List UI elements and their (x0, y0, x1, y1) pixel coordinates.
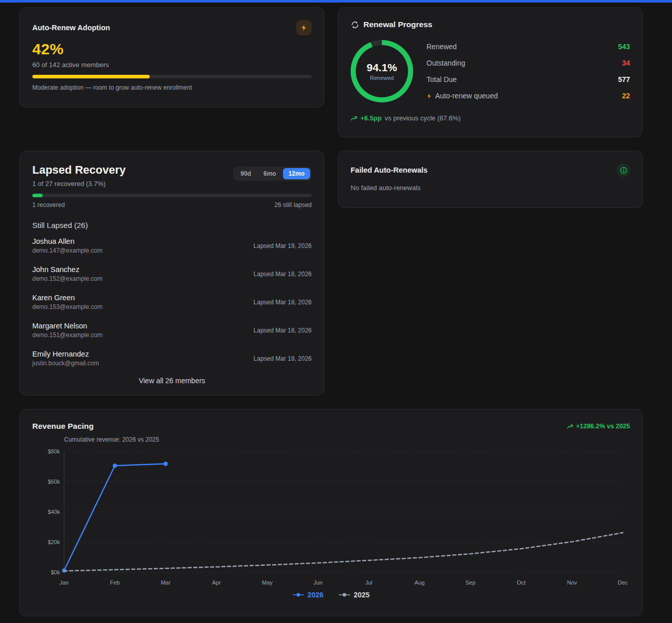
stat-label-text: Auto-renew queued (435, 92, 498, 100)
svg-text:$0k: $0k (51, 569, 60, 575)
stat-label: Renewed (426, 43, 457, 51)
legend-label: 2025 (354, 591, 370, 599)
svg-text:$20k: $20k (48, 539, 60, 545)
top-accent-bar (0, 0, 672, 3)
member-email: demo.151@example.com (32, 331, 103, 339)
legend-2026[interactable]: 2026 (293, 591, 323, 599)
card-title-renewal-progress: Renewal Progress (363, 20, 432, 29)
stat-row-outstanding: Outstanding 34 (426, 55, 630, 71)
lightning-icon (426, 93, 432, 99)
view-all-members-link[interactable]: View all 26 members (32, 377, 312, 385)
refresh-icon (351, 20, 359, 29)
failed-auto-renewals-card: Failed Auto-Renewals No failed auto-rene… (338, 151, 643, 208)
card-title-lapsed-recovery: Lapsed Recovery (32, 163, 126, 177)
donut-percent: 94.1% (366, 61, 397, 74)
donut-caption: Renewed (370, 75, 394, 81)
renewal-progress-card: Renewal Progress 94.1% Renewed Renewed 5… (338, 7, 643, 137)
member-email: demo.152@example.com (32, 275, 103, 282)
lapsed-recovery-card: Lapsed Recovery 1 of 27 recovered (3.7%)… (19, 151, 324, 396)
revenue-pacing-card: Revenue Pacing +1286.2% vs 2025 Cumulati… (19, 409, 643, 616)
svg-text:Oct: Oct (517, 579, 525, 586)
svg-text:Mar: Mar (161, 579, 171, 586)
stat-label: Auto-renew queued (426, 92, 498, 100)
lapsed-heading: Lapsed Recovery 1 of 27 recovered (3.7%) (32, 163, 126, 188)
member-row[interactable]: Karen Green demo.153@example.com Lapsed … (32, 288, 312, 316)
stat-row-renewed: Renewed 543 (426, 38, 630, 55)
chart-legend: 2026 2025 (32, 591, 630, 599)
svg-text:Dec: Dec (618, 579, 628, 586)
info-icon (617, 163, 630, 177)
adoption-progress-fill (32, 75, 150, 78)
svg-text:Feb: Feb (110, 579, 120, 586)
adoption-progress-track (32, 75, 312, 78)
renewal-donut-chart: 94.1% Renewed (351, 40, 413, 102)
trend-up-icon (567, 424, 573, 429)
revenue-delta: +1286.2% vs 2025 (576, 423, 630, 430)
member-lapsed-date: Lapsed Mar 19, 2026 (254, 242, 312, 250)
member-name: Emily Hernandez (32, 350, 99, 358)
legend-label: 2026 (308, 591, 323, 599)
renewal-delta: +6.5pp (360, 114, 382, 122)
stat-row-auto-renew-queued: Auto-renew queued 22 (426, 88, 630, 104)
card-title-revenue-pacing: Revenue Pacing (32, 422, 94, 431)
recovery-progress-track (32, 194, 312, 197)
member-row[interactable]: John Sanchez demo.152@example.com Lapsed… (32, 260, 312, 288)
svg-text:Sep: Sep (465, 579, 476, 586)
chart-subtitle: Cumulative revenue: 2026 vs 2025 (64, 436, 630, 443)
failed-auto-renewals-message: No failed auto-renewals (351, 184, 630, 192)
svg-text:Aug: Aug (415, 579, 425, 586)
member-lapsed-date: Lapsed Mar 18, 2026 (254, 355, 312, 362)
svg-text:May: May (262, 579, 273, 586)
range-90d-button[interactable]: 90d (235, 168, 257, 179)
still-lapsed-count-label: 26 still lapsed (274, 201, 312, 209)
range-selector: 90d 6mo 12mo (233, 167, 312, 181)
range-6mo-button[interactable]: 6mo (258, 168, 282, 179)
member-info: Margaret Nelson demo.151@example.com (32, 322, 103, 339)
stat-label: Outstanding (426, 59, 465, 67)
svg-text:Nov: Nov (567, 579, 577, 586)
auto-renew-adoption-card: Auto-Renew Adoption 42% 60 of 142 active… (19, 7, 324, 108)
member-name: Joshua Allen (32, 237, 103, 245)
renewal-stats-list: Renewed 543 Outstanding 34 Total Due 577 (426, 38, 630, 104)
member-info: John Sanchez demo.152@example.com (32, 265, 103, 282)
card-title-failed-auto-renewals: Failed Auto-Renewals (351, 166, 427, 174)
member-name: Karen Green (32, 294, 103, 302)
range-12mo-button[interactable]: 12mo (283, 168, 310, 179)
member-email: justin.bouck@gmail.com (32, 360, 99, 367)
member-row[interactable]: Margaret Nelson demo.151@example.com Lap… (32, 316, 312, 344)
recovery-progress-fill (32, 194, 43, 197)
stat-row-total-due: Total Due 577 (426, 71, 630, 88)
donut-center: 94.1% Renewed (356, 45, 408, 97)
adoption-caption: Moderate adoption — room to grow auto-re… (32, 84, 312, 91)
member-row[interactable]: Emily Hernandez justin.bouck@gmail.com L… (32, 344, 312, 372)
legend-marker-icon (339, 592, 350, 597)
stat-value: 22 (622, 92, 630, 100)
card-title-auto-renew-adoption: Auto-Renew Adoption (32, 24, 110, 32)
membership-dashboard: Auto-Renew Adoption 42% 60 of 142 active… (19, 7, 643, 616)
revenue-pacing-chart: $0k$20k$40k$60k$80kJanFebMarAprMayJunJul… (32, 445, 630, 590)
member-info: Emily Hernandez justin.bouck@gmail.com (32, 350, 99, 367)
member-row[interactable]: Joshua Allen demo.147@example.com Lapsed… (32, 232, 312, 260)
legend-2025[interactable]: 2025 (339, 591, 370, 599)
member-email: demo.153@example.com (32, 303, 103, 310)
lapsed-subtitle: 1 of 27 recovered (3.7%) (32, 180, 126, 188)
svg-text:Jun: Jun (314, 579, 323, 586)
adoption-subtitle: 60 of 142 active members (32, 61, 312, 69)
lapsed-members-list: Joshua Allen demo.147@example.com Lapsed… (32, 232, 312, 372)
stat-value: 543 (618, 43, 630, 51)
legend-marker-icon (293, 592, 304, 597)
member-info: Karen Green demo.153@example.com (32, 294, 103, 310)
member-lapsed-date: Lapsed Mar 18, 2026 (254, 327, 312, 334)
trend-up-icon (351, 116, 357, 121)
stat-label: Total Due (426, 75, 457, 84)
stat-value: 577 (618, 75, 630, 84)
adoption-percent: 42% (32, 40, 312, 58)
stat-value: 34 (622, 59, 630, 67)
member-email: demo.147@example.com (32, 247, 103, 254)
member-name: John Sanchez (32, 265, 103, 274)
recovered-count-label: 1 recovered (32, 201, 65, 209)
svg-text:Jul: Jul (365, 579, 373, 586)
lightning-icon (296, 20, 312, 35)
svg-text:$80k: $80k (48, 448, 60, 454)
member-lapsed-date: Lapsed Mar 18, 2026 (254, 299, 312, 306)
